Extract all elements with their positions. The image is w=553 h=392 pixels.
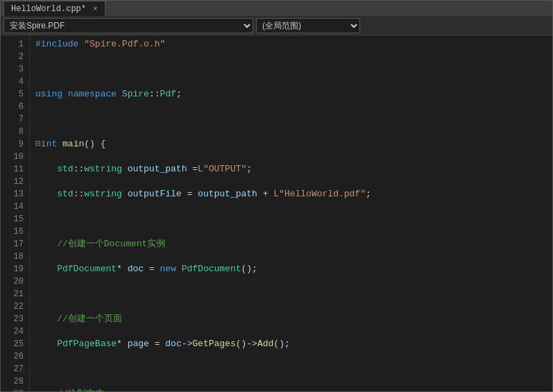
code-container: 1234567891011121314151617181920212223242… <box>1 35 552 391</box>
tab-close-button[interactable]: × <box>93 5 98 13</box>
file-tab[interactable]: HelloWorld.cpp* × <box>3 1 105 16</box>
toolbar: 安装Spire.PDF (全局范围) <box>1 16 552 35</box>
file-dropdown[interactable]: 安装Spire.PDF <box>3 18 253 33</box>
scope-dropdown[interactable]: (全局范围) <box>256 18 360 33</box>
tab-label: HelloWorld.cpp* <box>11 4 86 14</box>
title-bar: HelloWorld.cpp* × <box>1 1 552 16</box>
main-window: HelloWorld.cpp* × 安装Spire.PDF (全局范围) 123… <box>0 0 553 392</box>
line-numbers: 1234567891011121314151617181920212223242… <box>1 35 30 391</box>
code-editor[interactable]: #include "Spire.Pdf.o.h" using namespace… <box>30 35 552 391</box>
